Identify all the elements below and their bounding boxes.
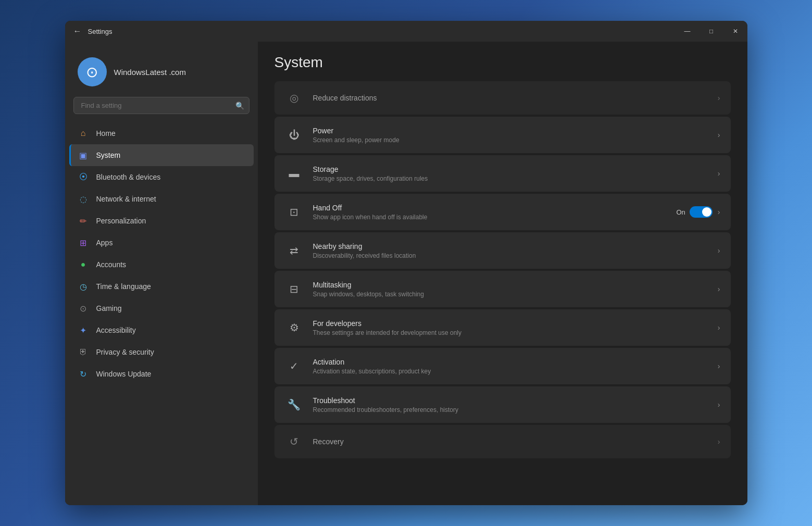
- sidebar-item-label-home: Home: [96, 129, 116, 137]
- update-icon: ↻: [78, 368, 89, 380]
- setting-text-nearby-sharing: Nearby sharing Discoverability, received…: [313, 242, 718, 259]
- setting-item-multitasking[interactable]: ⊟ Multitasking Snap windows, desktops, t…: [274, 271, 731, 307]
- minimize-button[interactable]: —: [676, 21, 699, 42]
- network-icon: ◌: [78, 193, 89, 205]
- setting-item-recovery[interactable]: ↺ Recovery ›: [274, 425, 731, 458]
- setting-right-activation: ›: [718, 362, 720, 370]
- chevron-icon-handoff: ›: [718, 208, 720, 216]
- settings-window: ← Settings — □ ✕ ⊙ WindowsLatest .com 🔍: [65, 21, 747, 505]
- setting-right-power: ›: [718, 131, 720, 139]
- chevron-icon-power: ›: [718, 131, 720, 139]
- sidebar-item-label-accessibility: Accessibility: [96, 326, 136, 334]
- sidebar-item-label-time: Time & language: [96, 282, 151, 291]
- sidebar-item-label-gaming: Gaming: [96, 304, 122, 312]
- setting-item-developers[interactable]: ⚙ For developers These settings are inte…: [274, 309, 731, 346]
- personalization-icon: ✏: [78, 215, 89, 227]
- bluetooth-icon: ⦿: [78, 171, 89, 183]
- sidebar-item-label-apps: Apps: [96, 239, 113, 247]
- storage-icon: ▬: [285, 164, 304, 183]
- sidebar-item-personalization[interactable]: ✏ Personalization: [69, 210, 254, 232]
- accounts-icon: ●: [78, 259, 89, 270]
- nav-list: ⌂ Home ▣ System ⦿ Bluetooth & devices ◌ …: [65, 122, 258, 495]
- setting-item-handoff[interactable]: ⊡ Hand Off Show app icon when hand off i…: [274, 194, 731, 230]
- chevron-icon-recovery: ›: [718, 437, 720, 446]
- chevron-icon-troubleshoot: ›: [718, 400, 720, 409]
- setting-desc-developers: These settings are intended for developm…: [313, 329, 718, 336]
- setting-item-power[interactable]: ⏻ Power Screen and sleep, power mode ›: [274, 117, 731, 153]
- setting-desc-power: Screen and sleep, power mode: [313, 136, 718, 144]
- setting-title-power: Power: [313, 127, 718, 135]
- developers-icon: ⚙: [285, 318, 304, 337]
- chevron-icon-nearby-sharing: ›: [718, 246, 720, 255]
- avatar: ⊙: [78, 57, 107, 86]
- setting-text-storage: Storage Storage space, drives, configura…: [313, 165, 718, 182]
- avatar-icon: ⊙: [86, 64, 98, 81]
- setting-text-handoff: Hand Off Show app icon when hand off is …: [313, 204, 677, 221]
- setting-item-activation[interactable]: ✓ Activation Activation state, subscript…: [274, 348, 731, 384]
- setting-desc-storage: Storage space, drives, configuration rul…: [313, 175, 718, 182]
- home-icon: ⌂: [78, 128, 89, 139]
- nearby-sharing-icon: ⇄: [285, 241, 304, 260]
- sidebar-item-label-bluetooth: Bluetooth & devices: [96, 173, 161, 181]
- window-title: Settings: [88, 28, 113, 35]
- main-panel: System ◎ Reduce distractions › ⏻ Po: [258, 42, 747, 505]
- privacy-icon: ⛨: [78, 346, 89, 358]
- setting-item-storage[interactable]: ▬ Storage Storage space, drives, configu…: [274, 155, 731, 192]
- sidebar-item-network[interactable]: ◌ Network & internet: [69, 188, 254, 210]
- sidebar-item-label-network: Network & internet: [96, 195, 156, 203]
- setting-right-reduce-distractions: ›: [718, 94, 720, 102]
- sidebar-item-bluetooth[interactable]: ⦿ Bluetooth & devices: [69, 166, 254, 188]
- setting-right-recovery: ›: [718, 437, 720, 446]
- sidebar-item-label-update: Windows Update: [96, 370, 152, 378]
- setting-text-power: Power Screen and sleep, power mode: [313, 127, 718, 144]
- sidebar-item-accounts[interactable]: ● Accounts: [69, 254, 254, 275]
- chevron-icon-multitasking: ›: [718, 285, 720, 293]
- sidebar-item-label-accounts: Accounts: [96, 260, 127, 269]
- setting-text-developers: For developers These settings are intend…: [313, 319, 718, 336]
- sidebar-item-gaming[interactable]: ⊙ Gaming: [69, 297, 254, 319]
- sidebar-item-time[interactable]: ◷ Time & language: [69, 275, 254, 297]
- page-title: System: [274, 54, 731, 71]
- sidebar-item-privacy[interactable]: ⛨ Privacy & security: [69, 341, 254, 363]
- multitasking-icon: ⊟: [285, 280, 304, 298]
- chevron-icon-storage: ›: [718, 169, 720, 178]
- handoff-toggle-container: On: [676, 206, 712, 218]
- sidebar-item-label-system: System: [96, 151, 121, 159]
- user-section: ⊙ WindowsLatest .com: [65, 52, 258, 97]
- setting-title-developers: For developers: [313, 319, 718, 328]
- setting-desc-nearby-sharing: Discoverability, received files location: [313, 252, 718, 259]
- setting-right-handoff: On ›: [676, 206, 720, 218]
- sidebar-item-home[interactable]: ⌂ Home: [69, 122, 254, 144]
- setting-text-multitasking: Multitasking Snap windows, desktops, tas…: [313, 281, 718, 298]
- close-button[interactable]: ✕: [723, 21, 747, 42]
- main-content: ⊙ WindowsLatest .com 🔍 ⌂ Home ▣ Sy: [65, 42, 747, 505]
- search-input[interactable]: [73, 97, 249, 114]
- sidebar-item-label-privacy: Privacy & security: [96, 348, 154, 356]
- activation-icon: ✓: [285, 357, 304, 375]
- troubleshoot-icon: 🔧: [285, 395, 304, 414]
- setting-item-reduce-distractions[interactable]: ◎ Reduce distractions ›: [274, 81, 731, 115]
- sidebar-item-update[interactable]: ↻ Windows Update: [69, 363, 254, 385]
- back-button[interactable]: ←: [73, 27, 82, 36]
- username: WindowsLatest .com: [114, 68, 186, 77]
- sidebar-item-system[interactable]: ▣ System: [69, 144, 254, 166]
- sidebar-item-apps[interactable]: ⊞ Apps: [69, 232, 254, 254]
- setting-text-activation: Activation Activation state, subscriptio…: [313, 358, 718, 375]
- handoff-toggle[interactable]: [690, 206, 713, 218]
- window-controls: — □ ✕: [676, 21, 747, 42]
- sidebar-item-label-personalization: Personalization: [96, 217, 146, 225]
- chevron-icon-activation: ›: [718, 362, 720, 370]
- setting-item-troubleshoot[interactable]: 🔧 Troubleshoot Recommended troubleshoote…: [274, 386, 731, 423]
- maximize-button[interactable]: □: [699, 21, 723, 42]
- sidebar-item-accessibility[interactable]: ✦ Accessibility: [69, 319, 254, 341]
- setting-item-nearby-sharing[interactable]: ⇄ Nearby sharing Discoverability, receiv…: [274, 232, 731, 269]
- handoff-toggle-label: On: [676, 208, 685, 216]
- setting-desc-handoff: Show app icon when hand off is available: [313, 214, 677, 221]
- recovery-icon: ↺: [285, 432, 304, 451]
- setting-desc-activation: Activation state, subscriptions, product…: [313, 368, 718, 375]
- setting-title-activation: Activation: [313, 358, 718, 366]
- user-info: WindowsLatest .com: [114, 68, 186, 77]
- chevron-icon-developers: ›: [718, 323, 720, 332]
- search-icon: 🔍: [235, 102, 244, 110]
- setting-text-reduce-distractions: Reduce distractions: [313, 94, 718, 102]
